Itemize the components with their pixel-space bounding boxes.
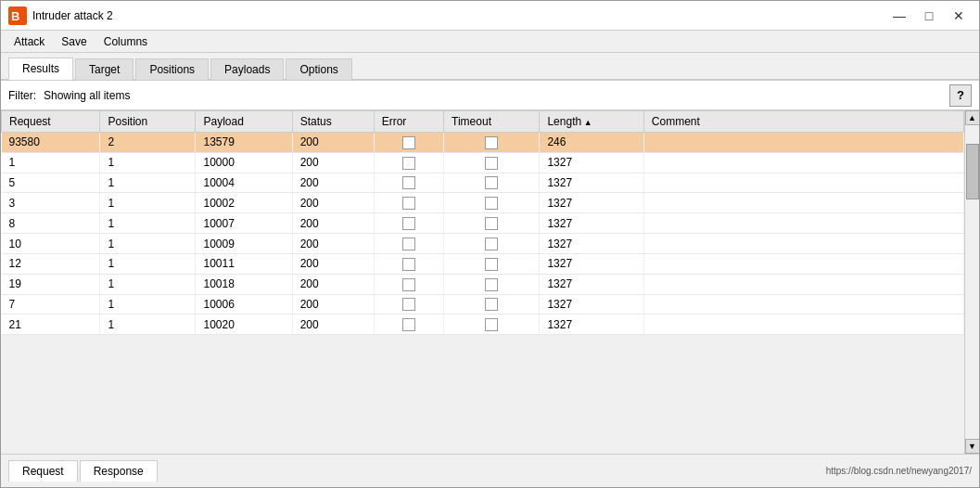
col-request[interactable]: Request bbox=[2, 111, 100, 133]
filter-input[interactable] bbox=[44, 85, 942, 106]
error-checkbox[interactable] bbox=[402, 258, 415, 271]
timeout-checkbox[interactable] bbox=[485, 217, 498, 230]
table-row[interactable]: 121100112001327 bbox=[2, 253, 964, 274]
cell-length: 1327 bbox=[540, 213, 643, 234]
cell-payload: 13579 bbox=[196, 133, 292, 153]
tab-options[interactable]: Options bbox=[286, 58, 351, 80]
help-button[interactable]: ? bbox=[949, 84, 972, 107]
cell-length: 1327 bbox=[540, 294, 643, 315]
cell-error bbox=[374, 193, 443, 213]
col-comment[interactable]: Comment bbox=[643, 111, 963, 133]
error-checkbox[interactable] bbox=[402, 136, 415, 149]
col-error[interactable]: Error bbox=[374, 111, 443, 133]
timeout-checkbox[interactable] bbox=[485, 298, 498, 311]
table-row[interactable]: 101100092001327 bbox=[2, 234, 964, 254]
tab-results[interactable]: Results bbox=[8, 58, 73, 80]
timeout-checkbox[interactable] bbox=[485, 197, 498, 210]
cell-status: 200 bbox=[292, 173, 374, 193]
cell-error bbox=[374, 152, 443, 173]
cell-timeout bbox=[444, 294, 540, 315]
title-bar: B Intruder attack 2 — □ ✕ bbox=[1, 1, 979, 31]
cell-length: 1327 bbox=[540, 234, 643, 254]
table-header-row: Request Position Payload Status Error Ti… bbox=[2, 111, 964, 133]
menu-save[interactable]: Save bbox=[54, 33, 94, 50]
tab-request[interactable]: Request bbox=[8, 460, 78, 482]
table-row[interactable]: 31100022001327 bbox=[2, 193, 964, 213]
maximize-button[interactable]: □ bbox=[916, 6, 942, 25]
scroll-down-arrow[interactable]: ▼ bbox=[965, 439, 980, 454]
cell-position: 1 bbox=[100, 253, 196, 274]
cell-timeout bbox=[444, 133, 540, 153]
tab-payloads[interactable]: Payloads bbox=[210, 58, 284, 80]
error-checkbox[interactable] bbox=[402, 157, 415, 170]
cell-payload: 10011 bbox=[196, 253, 292, 274]
error-checkbox[interactable] bbox=[402, 318, 415, 331]
table-body: 9358021357920024611100002001327511000420… bbox=[2, 133, 964, 335]
table-scroll[interactable]: Request Position Payload Status Error Ti… bbox=[1, 110, 964, 454]
table-row[interactable]: 51100042001327 bbox=[2, 173, 964, 193]
tab-positions[interactable]: Positions bbox=[135, 58, 209, 80]
cell-timeout bbox=[444, 152, 540, 173]
cell-request: 12 bbox=[2, 253, 100, 274]
cell-length: 1327 bbox=[540, 152, 643, 173]
col-length[interactable]: Length bbox=[540, 111, 643, 133]
table-row[interactable]: 191100182001327 bbox=[2, 274, 964, 294]
cell-length: 246 bbox=[540, 133, 643, 153]
cell-comment bbox=[643, 152, 963, 173]
error-checkbox[interactable] bbox=[402, 197, 415, 210]
scroll-up-arrow[interactable]: ▲ bbox=[965, 110, 980, 125]
error-checkbox[interactable] bbox=[402, 176, 415, 189]
filter-label: Filter: bbox=[8, 89, 36, 102]
table-row[interactable]: 11100002001327 bbox=[2, 152, 964, 173]
error-checkbox[interactable] bbox=[402, 238, 415, 250]
cell-request: 19 bbox=[2, 274, 100, 294]
error-checkbox[interactable] bbox=[402, 278, 415, 291]
cell-request: 3 bbox=[2, 193, 100, 213]
bottom-tabs: Request Response bbox=[8, 460, 158, 482]
table-row[interactable]: 211100202001327 bbox=[2, 315, 964, 335]
menu-columns[interactable]: Columns bbox=[96, 33, 155, 50]
table-container: Request Position Payload Status Error Ti… bbox=[1, 110, 979, 454]
cell-request: 93580 bbox=[2, 133, 100, 153]
cell-request: 21 bbox=[2, 315, 100, 335]
scrollbar-thumb[interactable] bbox=[966, 144, 979, 199]
timeout-checkbox[interactable] bbox=[485, 136, 498, 149]
scrollbar-track[interactable]: ▲ ▼ bbox=[964, 110, 979, 454]
cell-length: 1327 bbox=[540, 193, 643, 213]
menu-attack[interactable]: Attack bbox=[6, 33, 52, 50]
cell-comment bbox=[643, 173, 963, 193]
tabs-bar: Results Target Positions Payloads Option… bbox=[1, 53, 979, 81]
minimize-button[interactable]: — bbox=[886, 6, 912, 25]
cell-error bbox=[374, 274, 443, 294]
cell-payload: 10002 bbox=[196, 193, 292, 213]
cell-error bbox=[374, 315, 443, 335]
table-row[interactable]: 93580213579200246 bbox=[2, 133, 964, 153]
bottom-bar: Request Response https://blog.csdn.net/n… bbox=[1, 454, 979, 487]
error-checkbox[interactable] bbox=[402, 298, 415, 311]
timeout-checkbox[interactable] bbox=[485, 238, 498, 250]
timeout-checkbox[interactable] bbox=[485, 278, 498, 291]
col-timeout[interactable]: Timeout bbox=[444, 111, 540, 133]
close-button[interactable]: ✕ bbox=[946, 6, 972, 25]
timeout-checkbox[interactable] bbox=[485, 318, 498, 331]
cell-comment bbox=[643, 133, 963, 153]
timeout-checkbox[interactable] bbox=[485, 157, 498, 170]
timeout-checkbox[interactable] bbox=[485, 176, 498, 189]
timeout-checkbox[interactable] bbox=[485, 258, 498, 271]
col-position[interactable]: Position bbox=[100, 111, 196, 133]
col-payload[interactable]: Payload bbox=[196, 111, 292, 133]
cell-position: 1 bbox=[100, 274, 196, 294]
cell-length: 1327 bbox=[540, 253, 643, 274]
cell-error bbox=[374, 234, 443, 254]
tab-response[interactable]: Response bbox=[80, 460, 158, 482]
table-row[interactable]: 71100062001327 bbox=[2, 294, 964, 315]
cell-comment bbox=[643, 274, 963, 294]
tab-target[interactable]: Target bbox=[75, 58, 134, 80]
cell-status: 200 bbox=[292, 193, 374, 213]
cell-payload: 10018 bbox=[196, 274, 292, 294]
error-checkbox[interactable] bbox=[402, 217, 415, 230]
main-window: B Intruder attack 2 — □ ✕ Attack Save Co… bbox=[0, 0, 980, 488]
cell-comment bbox=[643, 294, 963, 315]
table-row[interactable]: 81100072001327 bbox=[2, 213, 964, 234]
col-status[interactable]: Status bbox=[292, 111, 374, 133]
